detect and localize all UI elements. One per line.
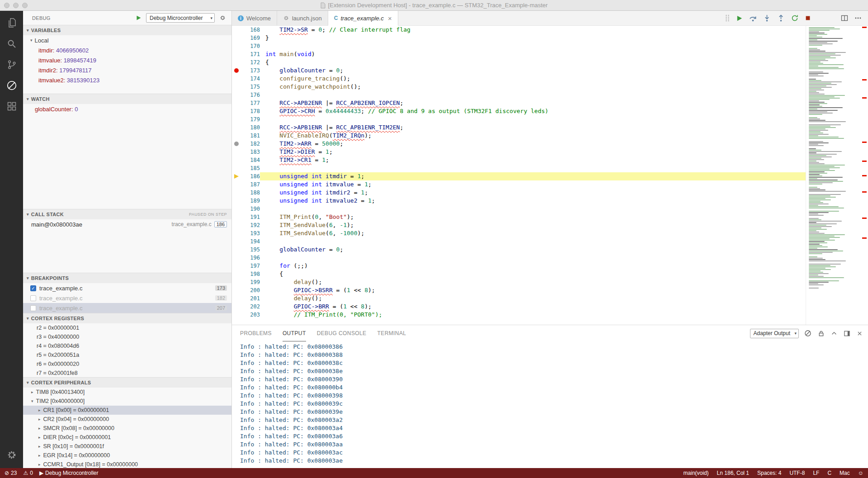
code-line[interactable]: 192 ITM_SendValue(6, -1); (232, 221, 806, 229)
panel-tab-problems[interactable]: PROBLEMS (240, 325, 272, 341)
warning-count[interactable]: ⚠ 0 (23, 470, 33, 476)
code-line[interactable]: 199 delay(); (232, 278, 806, 286)
code-line[interactable]: 185 (232, 164, 806, 172)
gutter-glyph[interactable] (232, 50, 242, 58)
gutter-glyph[interactable] (232, 246, 242, 254)
register-row[interactable]: r5 = 0x2000051a (23, 350, 231, 360)
gutter-glyph[interactable] (232, 286, 242, 294)
code-line[interactable]: 197 for (;;) (232, 262, 806, 270)
close-window-button[interactable] (4, 3, 9, 8)
code-line[interactable]: 169} (232, 34, 806, 42)
peripheral-row[interactable]: ▸CR2 [0x04] = 0x00000000 (23, 415, 231, 424)
gutter-glyph[interactable] (232, 66, 242, 75)
status-cursor-position[interactable]: Ln 186, Col 1 (717, 470, 749, 476)
status-keyboard-layout[interactable]: Mac (840, 470, 850, 476)
gutter-glyph[interactable] (232, 107, 242, 115)
close-panel-icon[interactable] (857, 331, 863, 336)
gutter-glyph[interactable] (232, 156, 242, 164)
step-over-icon[interactable] (749, 14, 757, 22)
code-line[interactable]: 188 unsigned int itmdir2 = 1; (232, 189, 806, 197)
tab-trace-example-c[interactable]: Ctrace_example.c× (328, 11, 398, 26)
extensions-icon[interactable] (0, 96, 23, 117)
minimap[interactable] (806, 26, 855, 325)
debug-icon[interactable] (0, 75, 23, 96)
debug-status[interactable]: ▶ Debug Microcontroller (39, 470, 99, 476)
code-line[interactable]: 191 ITM_Print(0, "Boot"); (232, 213, 806, 221)
code-line[interactable]: 178 GPIOC->CRH = 0x44444433; // GPIOC 8 … (232, 107, 806, 115)
step-into-icon[interactable] (763, 14, 771, 22)
code-line[interactable]: 195 globalCounter = 0; (232, 246, 806, 254)
breakpoint-row[interactable]: trace_example.c182 (23, 293, 231, 303)
search-icon[interactable] (0, 33, 23, 54)
gutter-glyph[interactable] (232, 42, 242, 50)
peripheral-row[interactable]: ▸CR1 [0x00] = 0x00000001 (23, 406, 231, 415)
registers-section-header[interactable]: ▾ CORTEX REGISTERS (23, 313, 231, 323)
breakpoint-row[interactable]: ✓trace_example.c173 (23, 283, 231, 293)
code-line[interactable]: 181 NVIC_EnableIRQ(TIM2_IRQn); (232, 132, 806, 140)
gutter-glyph[interactable] (232, 205, 242, 213)
peripherals-section-header[interactable]: ▾ CORTEX PERIPHERALS (23, 378, 231, 388)
more-actions-icon[interactable] (854, 14, 862, 22)
peripheral-row[interactable]: ▸CCMR1_Output [0x18] = 0x00000000 (23, 460, 231, 468)
settings-icon[interactable] (0, 445, 23, 465)
register-row[interactable]: r2 = 0x00000001 (23, 323, 231, 332)
code-line[interactable]: 176 (232, 91, 806, 99)
gutter-glyph[interactable] (232, 213, 242, 221)
status-language-mode[interactable]: C (827, 470, 831, 476)
gutter-glyph[interactable] (232, 278, 242, 286)
code-line[interactable]: 190 (232, 205, 806, 213)
gutter-glyph[interactable] (232, 311, 242, 319)
code-area[interactable]: 168 TIM2->SR = 0; // Clear interrupt fla… (232, 26, 806, 325)
gutter-glyph[interactable] (232, 254, 242, 262)
code-line[interactable]: 179 (232, 115, 806, 123)
output-log[interactable]: Info : halted: PC: 0x08000386Info : halt… (232, 341, 868, 468)
variables-section-header[interactable]: ▾ VARIABLES (23, 25, 231, 35)
code-line[interactable]: 182 TIM2->ARR = 50000; (232, 140, 806, 148)
clear-output-icon[interactable] (804, 330, 811, 337)
close-icon[interactable]: × (388, 15, 392, 21)
variable-row[interactable]: itmvalue: 1898457419 (23, 55, 231, 65)
step-out-icon[interactable] (777, 14, 785, 22)
tab-welcome[interactable]: iWelcome (232, 11, 277, 25)
gutter-glyph[interactable] (232, 148, 242, 156)
stack-frame-row[interactable]: main@0x080003aetrace_example.c186 (23, 219, 231, 229)
code-line[interactable]: 200 GPIOC->BSRR = (1 << 8); (232, 286, 806, 294)
code-line[interactable]: 175 configure_watchpoint(); (232, 83, 806, 91)
gutter-glyph[interactable] (232, 58, 242, 66)
drag-handle-icon[interactable] (725, 14, 730, 22)
breakpoint-row[interactable]: trace_example.c207 (23, 303, 231, 313)
peripheral-row[interactable]: ▸DIER [0x0c] = 0x00000001 (23, 433, 231, 442)
move-panel-icon[interactable] (844, 330, 850, 337)
code-line[interactable]: 168 TIM2->SR = 0; // Clear interrupt fla… (232, 26, 806, 34)
gutter-glyph[interactable] (232, 164, 242, 172)
variable-row[interactable]: itmdir2: 1799478117 (23, 65, 231, 75)
code-line[interactable]: 201 delay(); (232, 294, 806, 303)
gutter-glyph[interactable] (232, 221, 242, 229)
gutter-glyph[interactable] (232, 237, 242, 246)
variable-row[interactable]: itmvalue2: 3815390123 (23, 75, 231, 85)
code-line[interactable]: 180 RCC->APB1ENR |= RCC_APB1ENR_TIM2EN; (232, 123, 806, 132)
gutter-glyph[interactable] (232, 132, 242, 140)
gutter-glyph[interactable] (232, 189, 242, 197)
code-line[interactable]: 184 TIM2->CR1 = 1; (232, 156, 806, 164)
peripheral-row[interactable]: ▸EGR [0x14] = 0x00000000 (23, 451, 231, 460)
gutter-glyph[interactable] (232, 229, 242, 237)
gutter-glyph[interactable] (232, 91, 242, 99)
breakpoint-checkbox[interactable]: ✓ (30, 285, 36, 291)
gutter-glyph[interactable] (232, 172, 242, 180)
code-line[interactable]: 177 RCC->APB2ENR |= RCC_APB2ENR_IOPCEN; (232, 99, 806, 107)
code-line[interactable]: 174 configure_tracing(); (232, 75, 806, 83)
code-line[interactable]: 194 (232, 237, 806, 246)
peripheral-row[interactable]: ▸SR [0x10] = 0x0000001f (23, 442, 231, 451)
gutter-glyph[interactable] (232, 26, 242, 34)
gutter-glyph[interactable] (232, 34, 242, 42)
zoom-window-button[interactable] (22, 3, 28, 8)
register-row[interactable]: r6 = 0x00000020 (23, 360, 231, 369)
call-stack-section-header[interactable]: ▾ CALL STACK PAUSED ON STEP (23, 209, 231, 219)
panel-tab-output[interactable]: OUTPUT (283, 325, 306, 341)
scroll-lock-icon[interactable] (818, 330, 825, 337)
register-row[interactable]: r4 = 0x080004d6 (23, 341, 231, 350)
code-line[interactable]: 196 (232, 254, 806, 262)
code-line[interactable]: 198 { (232, 270, 806, 278)
continue-icon[interactable] (736, 15, 743, 22)
